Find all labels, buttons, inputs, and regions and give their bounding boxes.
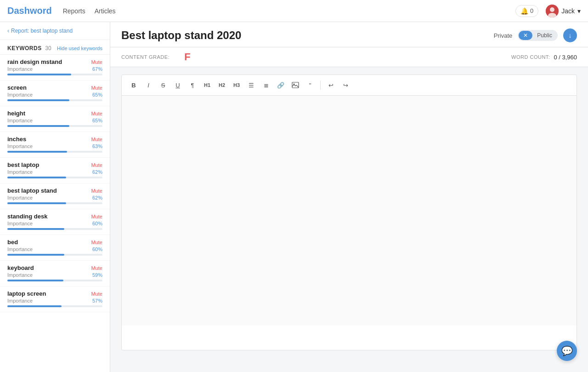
kw-importance-row-5: Importance 62% — [7, 195, 102, 200]
grade-bar: CONTENT GRADE: F WORD COUNT: 0 / 3,960 — [110, 47, 588, 67]
kw-header-3: inches Mute — [7, 136, 102, 143]
toolbar-separator — [320, 80, 321, 90]
kw-bar-3 — [7, 151, 67, 153]
undo-button[interactable]: ↩ — [324, 79, 337, 92]
kw-mute-2[interactable]: Mute — [91, 111, 102, 116]
user-name: Jack — [561, 7, 575, 15]
kw-mute-7[interactable]: Mute — [91, 240, 102, 245]
kw-importance-row-3: Importance 63% — [7, 143, 102, 149]
article-title: Best laptop stand 2020 — [121, 29, 241, 42]
kw-pct-2: 65% — [92, 118, 102, 123]
kw-header-7: bed Mute — [7, 239, 102, 246]
bold-button[interactable]: B — [127, 79, 140, 92]
kw-importance-row-0: Importance 67% — [7, 66, 102, 72]
kw-importance-row-4: Importance 62% — [7, 169, 102, 175]
kw-mute-9[interactable]: Mute — [91, 291, 102, 297]
link-button[interactable]: 🔗 — [274, 79, 287, 92]
kw-bar-1 — [7, 99, 69, 101]
kw-bar-bg-9 — [7, 305, 102, 307]
kw-importance-row-8: Importance 59% — [7, 272, 102, 278]
kw-mute-3[interactable]: Mute — [91, 137, 102, 142]
keyword-item-0: rain design mstand Mute Importance 67% — [0, 55, 110, 80]
paragraph-button[interactable]: ¶ — [186, 79, 199, 92]
kw-mute-4[interactable]: Mute — [91, 162, 102, 168]
toggle-public[interactable]: Public — [532, 31, 557, 40]
chat-bubble[interactable]: 💬 — [557, 341, 577, 361]
strikethrough-button[interactable]: S — [157, 79, 170, 92]
kw-importance-label-8: Importance — [7, 272, 33, 278]
kw-bar-7 — [7, 254, 64, 256]
content-grade-label: CONTENT GRADE: — [121, 54, 170, 60]
kw-importance-label-4: Importance — [7, 169, 33, 175]
download-button[interactable]: ↓ — [563, 29, 577, 42]
kw-bar-bg-5 — [7, 202, 102, 204]
hide-used-keywords[interactable]: Hide used keywords — [57, 46, 102, 51]
keyword-item-3: inches Mute Importance 63% — [0, 132, 110, 158]
h3-button[interactable]: H3 — [230, 79, 243, 92]
toggle-private[interactable]: ✕ — [519, 31, 532, 40]
blockquote-button[interactable]: " — [304, 79, 317, 92]
italic-button[interactable]: I — [142, 79, 155, 92]
keyword-item-4: best laptop Mute Importance 62% — [0, 158, 110, 183]
word-count-section: WORD COUNT: 0 / 3,960 — [511, 54, 577, 61]
keyword-item-7: bed Mute Importance 60% — [0, 235, 110, 261]
kw-importance-label-0: Importance — [7, 66, 33, 72]
kw-name-6: standing desk — [7, 213, 47, 220]
kw-name-4: best laptop — [7, 161, 39, 168]
kw-bar-bg-1 — [7, 99, 102, 101]
topnav: Dashword Reports Articles 🔔 0 Jack ▾ — [0, 0, 588, 22]
kw-header-4: best laptop Mute — [7, 161, 102, 168]
kw-mute-5[interactable]: Mute — [91, 188, 102, 194]
image-button[interactable] — [289, 79, 302, 92]
kw-header-8: keyboard Mute — [7, 264, 102, 271]
underline-button[interactable]: U — [171, 79, 184, 92]
keyword-item-6: standing desk Mute Importance 60% — [0, 209, 110, 235]
header-right: Private ✕ Public ↓ — [494, 29, 577, 42]
kw-importance-row-2: Importance 65% — [7, 118, 102, 123]
layout: ‹ Report: best laptop stand KEYWORDS 30 … — [0, 22, 588, 372]
keyword-item-2: height Mute Importance 65% — [0, 106, 110, 132]
user-menu-button[interactable]: Jack ▾ — [546, 5, 581, 17]
unordered-list-button[interactable]: ☰ — [245, 79, 258, 92]
kw-pct-3: 63% — [92, 143, 102, 149]
kw-name-0: rain design mstand — [7, 58, 62, 65]
kw-pct-1: 65% — [92, 92, 102, 97]
kw-name-1: screen — [7, 84, 27, 91]
h2-button[interactable]: H2 — [215, 79, 228, 92]
kw-header-5: best laptop stand Mute — [7, 187, 102, 194]
privacy-toggle[interactable]: ✕ Public — [518, 30, 558, 41]
kw-pct-6: 60% — [92, 221, 102, 226]
kw-header-2: height Mute — [7, 110, 102, 117]
keywords-title-wrap: KEYWORDS 30 — [7, 45, 51, 52]
editor-body[interactable] — [122, 96, 577, 326]
kw-pct-0: 67% — [92, 66, 102, 72]
kw-pct-4: 62% — [92, 169, 102, 175]
word-count-value: 0 / 3,960 — [554, 54, 577, 61]
kw-mute-0[interactable]: Mute — [91, 59, 102, 65]
redo-button[interactable]: ↪ — [339, 79, 352, 92]
kw-importance-row-1: Importance 65% — [7, 92, 102, 97]
back-link[interactable]: ‹ Report: best laptop stand — [0, 22, 110, 40]
nav-articles[interactable]: Articles — [95, 7, 116, 15]
ordered-list-button[interactable]: ≣ — [260, 79, 272, 92]
chevron-down-icon: ▾ — [577, 7, 581, 15]
kw-bar-5 — [7, 202, 66, 204]
kw-mute-8[interactable]: Mute — [91, 265, 102, 271]
notifications-button[interactable]: 🔔 0 — [515, 5, 538, 17]
kw-header-9: laptop screen Mute — [7, 290, 102, 297]
chevron-left-icon: ‹ — [7, 28, 9, 34]
kw-bar-9 — [7, 305, 62, 307]
kw-name-2: height — [7, 110, 25, 117]
kw-importance-label-1: Importance — [7, 92, 33, 97]
kw-name-5: best laptop stand — [7, 187, 57, 194]
sidebar: ‹ Report: best laptop stand KEYWORDS 30 … — [0, 22, 110, 372]
editor-container: B I S U ¶ H1 H2 H3 ☰ ≣ 🔗 " ↩ — [121, 74, 577, 350]
kw-mute-1[interactable]: Mute — [91, 85, 102, 91]
h1-button[interactable]: H1 — [201, 79, 214, 92]
kw-mute-6[interactable]: Mute — [91, 214, 102, 219]
kw-pct-8: 59% — [92, 272, 102, 278]
nav-reports[interactable]: Reports — [63, 7, 85, 15]
kw-pct-9: 57% — [92, 298, 102, 303]
chat-icon: 💬 — [561, 345, 573, 356]
kw-bar-6 — [7, 228, 64, 230]
